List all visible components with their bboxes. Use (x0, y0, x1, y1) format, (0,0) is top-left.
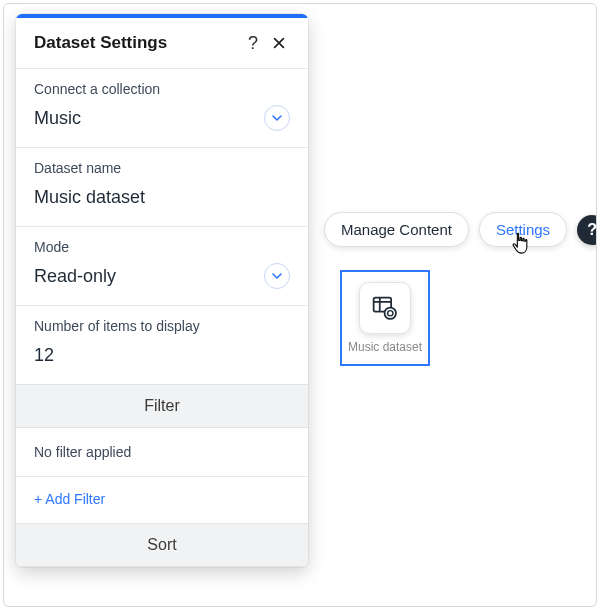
dataset-icon (371, 294, 399, 322)
help-button[interactable]: ? (577, 215, 597, 245)
chevron-down-icon[interactable] (264, 263, 290, 289)
settings-button[interactable]: Settings (479, 212, 567, 247)
dataset-tile (359, 282, 411, 334)
field-dataset-name: Dataset name (16, 148, 308, 226)
field-label: Connect a collection (34, 81, 290, 97)
svg-point-3 (385, 308, 396, 319)
field-collection: Connect a collection Music (16, 69, 308, 147)
question-mark-icon: ? (587, 221, 597, 239)
help-icon[interactable]: ? (240, 30, 266, 56)
panel-title: Dataset Settings (34, 33, 240, 53)
filter-status-text: No filter applied (16, 428, 308, 476)
field-label: Mode (34, 239, 290, 255)
canvas-item-label: Music dataset (348, 340, 422, 354)
mode-select-value[interactable]: Read-only (34, 266, 254, 287)
canvas-dataset-element[interactable]: Music dataset (340, 270, 430, 366)
close-icon[interactable] (266, 30, 292, 56)
filter-section-header: Filter (16, 384, 308, 428)
dataset-name-input[interactable] (34, 187, 290, 208)
field-item-count: Number of items to display (16, 306, 308, 384)
item-count-input[interactable] (34, 345, 290, 366)
field-label: Dataset name (34, 160, 290, 176)
chevron-down-icon[interactable] (264, 105, 290, 131)
panel-header: Dataset Settings ? (16, 18, 308, 68)
app-frame: Dataset Settings ? Connect a collection … (3, 3, 597, 607)
field-mode: Mode Read-only (16, 227, 308, 305)
element-toolbar: Manage Content Settings ? (324, 212, 597, 247)
add-filter-button[interactable]: + Add Filter (16, 477, 308, 523)
manage-content-button[interactable]: Manage Content (324, 212, 469, 247)
field-label: Number of items to display (34, 318, 290, 334)
collection-select-value[interactable]: Music (34, 108, 254, 129)
dataset-settings-panel: Dataset Settings ? Connect a collection … (16, 14, 308, 567)
sort-section-header: Sort (16, 523, 308, 567)
